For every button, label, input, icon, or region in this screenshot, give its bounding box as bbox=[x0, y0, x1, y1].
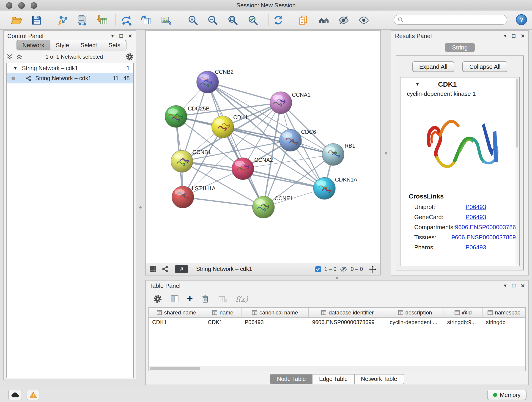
network-collection-row[interactable]: ▼ String Network – cdk1 1 bbox=[7, 63, 133, 73]
add-column-icon[interactable]: + bbox=[187, 294, 193, 303]
node-CCNA2[interactable]: CCNA2 bbox=[232, 157, 273, 180]
node-CCNA1[interactable]: CCNA1 bbox=[270, 92, 310, 114]
panel-menu-icon[interactable]: ▾ bbox=[504, 283, 507, 288]
delete-table-icon-disabled[interactable] bbox=[218, 294, 228, 303]
left-splitter-handle[interactable] bbox=[139, 206, 142, 209]
network-canvas[interactable]: CCNB2CCNA1CDC25BCDK1CDC6RB1CCNB1CCNA2CDK… bbox=[146, 31, 380, 263]
node-selection-checkbox[interactable] bbox=[315, 266, 321, 272]
table-row[interactable]: CDK1 CDK1 P06493 9606.ENSP00000378699 cy… bbox=[149, 318, 525, 327]
panel-close-icon[interactable]: × bbox=[128, 33, 132, 38]
table-cell[interactable]: CDK1 bbox=[149, 318, 205, 327]
open-session-button[interactable] bbox=[9, 12, 24, 28]
column-header[interactable]: database identifier bbox=[309, 307, 386, 317]
help-button[interactable]: ? bbox=[516, 14, 527, 25]
zoom-out-button[interactable] bbox=[205, 12, 220, 28]
panel-menu-icon[interactable]: ▾ bbox=[111, 33, 114, 38]
tree-expand-icon[interactable]: ▼ bbox=[13, 66, 17, 70]
show-columns-icon[interactable] bbox=[170, 294, 179, 303]
node-RB1[interactable]: RB1 bbox=[322, 143, 355, 166]
column-header[interactable]: namespac bbox=[483, 307, 525, 317]
network-row-selected[interactable]: String Network – cdk1 11 48 bbox=[7, 73, 133, 83]
panel-float-icon[interactable]: □ bbox=[512, 283, 515, 288]
search-input[interactable] bbox=[406, 16, 503, 23]
table-cell[interactable]: 9606.ENSP00000378699 bbox=[309, 318, 386, 327]
refresh-layout-button[interactable] bbox=[270, 12, 286, 28]
table-cell[interactable]: stringdb bbox=[483, 318, 525, 327]
save-session-button[interactable] bbox=[29, 12, 44, 28]
crosslink-link[interactable]: 9606.ENSP00000378699 bbox=[455, 223, 520, 230]
results-scrollbar[interactable] bbox=[515, 78, 519, 265]
import-network-file-button[interactable] bbox=[55, 12, 70, 28]
scrollbar-thumb[interactable] bbox=[150, 367, 200, 370]
tab-network-table[interactable]: Network Table bbox=[355, 374, 404, 384]
table-cell[interactable]: stringdb:9... bbox=[444, 318, 483, 327]
node-CCNB2[interactable]: CCNB2 bbox=[196, 69, 234, 93]
edge-CCNB2-CCNE1[interactable] bbox=[208, 82, 264, 207]
panel-float-icon[interactable]: □ bbox=[119, 33, 123, 38]
function-builder-icon[interactable]: f(x) bbox=[235, 294, 248, 303]
new-network-button[interactable] bbox=[119, 12, 134, 28]
tab-sets[interactable]: Sets bbox=[102, 40, 126, 50]
column-header[interactable]: shared name bbox=[149, 307, 205, 317]
crosslink-link[interactable]: P06493 bbox=[466, 213, 486, 220]
column-header[interactable]: description bbox=[386, 307, 444, 317]
crosslink-link[interactable]: P06493 bbox=[466, 203, 486, 210]
show-all-button[interactable] bbox=[356, 12, 372, 28]
panel-close-icon[interactable]: × bbox=[521, 33, 525, 38]
crosslink-link[interactable]: P06493 bbox=[466, 244, 486, 250]
collapse-all-button[interactable]: Collapse All bbox=[462, 61, 507, 72]
table-cell[interactable]: P06493 bbox=[241, 318, 309, 327]
node-CCNE1[interactable]: CCNE1 bbox=[253, 195, 293, 218]
zoom-fit-button[interactable] bbox=[225, 12, 241, 28]
node-CDC25B[interactable]: CDC25B bbox=[165, 105, 210, 128]
network-view-icon[interactable] bbox=[161, 265, 169, 273]
column-header[interactable]: @id bbox=[444, 307, 483, 317]
table-cell[interactable]: cyclin-dependent ... bbox=[386, 318, 444, 327]
new-table-button[interactable] bbox=[138, 12, 154, 28]
zoom-selected-button[interactable] bbox=[245, 12, 261, 28]
right-splitter-handle[interactable] bbox=[385, 152, 387, 154]
import-table-button[interactable] bbox=[94, 12, 110, 28]
tab-node-table[interactable]: Node Table bbox=[270, 374, 313, 384]
panel-menu-icon[interactable]: ▾ bbox=[504, 33, 507, 38]
table-horizontal-scrollbar[interactable] bbox=[149, 366, 525, 371]
zoom-in-button[interactable] bbox=[185, 12, 201, 28]
grid-view-icon[interactable] bbox=[149, 265, 157, 273]
tab-select[interactable]: Select bbox=[75, 40, 102, 50]
results-tab-string[interactable]: String bbox=[445, 43, 475, 52]
panel-close-icon[interactable]: × bbox=[521, 283, 525, 288]
memory-button[interactable]: Memory bbox=[487, 390, 526, 400]
tab-style[interactable]: Style bbox=[50, 40, 75, 50]
node-CDC6[interactable]: CDC6 bbox=[279, 129, 316, 151]
node-CCNB1[interactable]: CCNB1 bbox=[171, 149, 211, 172]
open-documents-button[interactable] bbox=[296, 12, 311, 28]
tab-edge-table[interactable]: Edge Table bbox=[313, 374, 355, 384]
node-HIST1H1A[interactable]: HIST1H1A bbox=[172, 185, 215, 208]
trash-icon[interactable] bbox=[201, 294, 210, 303]
crosslink-link[interactable]: 9606.ENSP00000378699 bbox=[452, 234, 519, 240]
export-image-button[interactable] bbox=[158, 12, 174, 28]
column-header[interactable]: canonical name bbox=[241, 307, 309, 317]
column-header[interactable]: name bbox=[205, 307, 241, 317]
import-network-database-button[interactable] bbox=[74, 12, 90, 28]
warnings-button[interactable] bbox=[27, 390, 39, 400]
gear-icon[interactable] bbox=[126, 53, 134, 61]
node-CDKN1A[interactable]: CDKN1A bbox=[313, 177, 357, 199]
edge-HIST1H1A-CCNE1[interactable] bbox=[183, 197, 264, 207]
bottom-splitter-handle[interactable] bbox=[336, 277, 338, 279]
panel-float-icon[interactable]: □ bbox=[512, 33, 515, 38]
hide-selected-button[interactable] bbox=[336, 12, 351, 28]
table-cell[interactable]: CDK1 bbox=[205, 318, 241, 327]
expand-all-icon[interactable] bbox=[16, 54, 23, 60]
expand-all-button[interactable]: Expand All bbox=[412, 61, 454, 72]
gear-icon[interactable] bbox=[153, 294, 162, 303]
cloud-status-button[interactable] bbox=[8, 390, 22, 400]
pan-crosshair-icon[interactable] bbox=[369, 265, 377, 273]
edge-CCNA2-CDKN1A[interactable] bbox=[243, 169, 324, 188]
collapse-entry-icon[interactable]: ▼ bbox=[415, 81, 420, 86]
gene-entry-header[interactable]: ▼ CDK1 bbox=[400, 77, 519, 90]
birdseye-view-button[interactable] bbox=[175, 265, 188, 273]
collapse-all-icon[interactable] bbox=[6, 54, 13, 60]
home-button[interactable] bbox=[316, 12, 332, 28]
hidden-eye-icon[interactable] bbox=[340, 266, 348, 272]
